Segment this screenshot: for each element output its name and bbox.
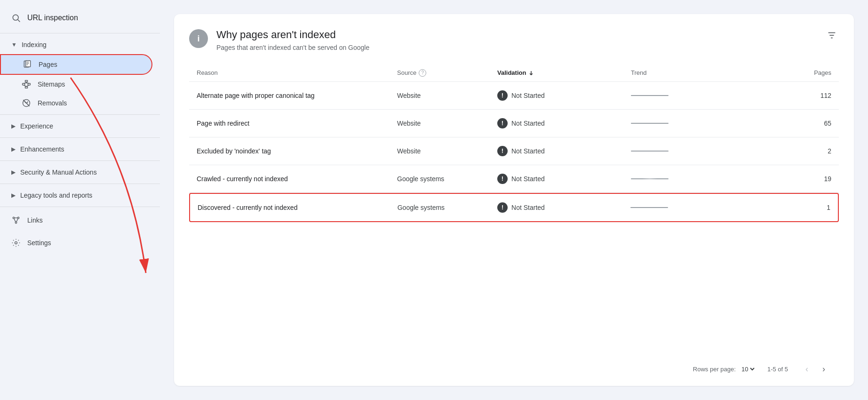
info-icon: i — [189, 29, 208, 48]
validation-status-icon: ! — [497, 174, 508, 184]
svg-rect-11 — [23, 83, 25, 85]
row-source: Google systems — [397, 175, 497, 183]
sidebar-item-pages[interactable]: Pages — [0, 54, 152, 75]
security-section: ▶ Security & Manual Actions — [0, 163, 160, 182]
svg-line-25 — [14, 218, 16, 222]
col-header-pages: Pages — [764, 69, 831, 77]
trend-line — [631, 123, 669, 124]
row-source: Website — [397, 120, 497, 127]
divider-3 — [0, 137, 160, 138]
sitemaps-icon — [22, 80, 31, 89]
pagination-buttons: ‹ › — [799, 361, 831, 376]
filter-icon[interactable] — [825, 28, 839, 44]
chevron-right-icon-4: ▶ — [11, 192, 16, 199]
row-reason: Discovered - currently not indexed — [198, 204, 398, 211]
trend-line — [631, 178, 669, 179]
row-reason: Excluded by 'noindex' tag — [197, 147, 397, 155]
svg-line-20 — [23, 100, 29, 106]
svg-line-1 — [18, 20, 20, 22]
pages-label: Pages — [39, 61, 57, 68]
table-row-highlighted[interactable]: Discovered - currently not indexed Googl… — [189, 193, 839, 222]
row-trend — [631, 95, 764, 96]
svg-line-15 — [26, 83, 29, 84]
row-validation: ! Not Started — [497, 174, 631, 184]
chevron-right-icon-3: ▶ — [11, 169, 16, 176]
table-row[interactable]: Alternate page with proper canonical tag… — [189, 82, 839, 110]
svg-rect-16 — [25, 87, 28, 88]
settings-label: Settings — [27, 239, 51, 247]
chevron-right-icon: ▶ — [11, 123, 16, 129]
table-row[interactable]: Excluded by 'noindex' tag Website ! Not … — [189, 137, 839, 165]
removals-icon — [22, 98, 31, 108]
experience-header[interactable]: ▶ Experience — [0, 117, 160, 136]
table-header: Reason Source ? Validation Trend Pages — [189, 64, 839, 82]
pagination-prev-button[interactable]: ‹ — [799, 361, 814, 376]
row-pages: 2 — [764, 147, 831, 155]
pagination-next-button[interactable]: › — [816, 361, 831, 376]
table-row[interactable]: Crawled - currently not indexed Google s… — [189, 165, 839, 193]
sidebar-item-removals[interactable]: Removals — [0, 94, 152, 112]
col-header-trend: Trend — [631, 69, 764, 77]
svg-point-0 — [13, 15, 18, 20]
divider-2 — [0, 114, 160, 115]
validation-status-icon: ! — [497, 118, 508, 128]
row-reason: Alternate page with proper canonical tag — [197, 92, 397, 99]
experience-label: Experience — [20, 122, 53, 130]
table-container: Reason Source ? Validation Trend Pages A — [189, 64, 839, 355]
col-header-validation[interactable]: Validation — [497, 69, 631, 77]
validation-status-icon: ! — [497, 202, 508, 213]
rows-per-page: Rows per page: 10 25 50 — [693, 365, 756, 373]
svg-line-17 — [24, 85, 26, 87]
divider-6 — [0, 207, 160, 207]
row-reason: Page with redirect — [197, 120, 397, 127]
validation-text: Not Started — [511, 92, 545, 99]
sidebar: URL inspection ▼ Indexing — [0, 0, 160, 254]
validation-text: Not Started — [511, 120, 545, 127]
pagination-info: 1-5 of 5 — [767, 366, 788, 373]
sidebar-url-inspection[interactable]: URL inspection — [0, 5, 160, 31]
pages-icon — [23, 60, 32, 69]
row-validation: ! Not Started — [497, 118, 631, 128]
search-icon — [11, 13, 21, 23]
indexing-header[interactable]: ▼ Indexing — [0, 35, 160, 54]
svg-line-14 — [24, 83, 26, 84]
enhancements-header[interactable]: ▶ Enhancements — [0, 140, 160, 159]
row-source: Website — [397, 92, 497, 99]
legacy-header[interactable]: ▶ Legacy tools and reports — [0, 186, 160, 205]
row-trend — [630, 207, 764, 208]
row-source: Google systems — [398, 204, 497, 211]
divider-5 — [0, 184, 160, 184]
row-validation: ! Not Started — [497, 90, 631, 101]
validation-status-icon: ! — [497, 146, 508, 156]
rows-per-page-label: Rows per page: — [693, 366, 736, 373]
chevron-down-icon: ▼ — [11, 41, 17, 48]
security-label: Security & Manual Actions — [20, 168, 97, 176]
url-inspection-label: URL inspection — [27, 14, 78, 22]
card-header-left: i Why pages aren't indexed Pages that ar… — [189, 28, 369, 51]
sidebar-item-sitemaps[interactable]: Sitemaps — [0, 75, 152, 94]
svg-rect-7 — [26, 62, 29, 62]
source-help-icon[interactable]: ? — [419, 69, 426, 77]
table-footer: Rows per page: 10 25 50 1-5 of 5 ‹ › — [189, 355, 839, 376]
card-title: Why pages aren't indexed — [216, 28, 369, 42]
validation-text: Not Started — [511, 147, 545, 155]
trend-line — [631, 95, 669, 96]
table-row[interactable]: Page with redirect Website ! Not Started… — [189, 110, 839, 137]
card-subtitle: Pages that aren't indexed can't be serve… — [216, 44, 369, 51]
rows-per-page-select[interactable]: 10 25 50 — [740, 365, 756, 373]
svg-rect-8 — [26, 63, 29, 64]
sidebar-item-links[interactable]: Links — [0, 209, 160, 232]
experience-section: ▶ Experience — [0, 117, 160, 136]
main-content: i Why pages aren't indexed Pages that ar… — [160, 0, 868, 400]
row-reason: Crawled - currently not indexed — [197, 175, 397, 183]
indexing-label: Indexing — [22, 41, 47, 48]
row-validation: ! Not Started — [497, 146, 631, 156]
row-pages: 19 — [764, 175, 831, 183]
col-header-reason: Reason — [197, 69, 397, 77]
row-source: Website — [397, 147, 497, 155]
row-validation: ! Not Started — [497, 202, 630, 213]
sort-icon — [528, 70, 534, 76]
sidebar-item-settings[interactable]: Settings — [0, 232, 160, 254]
security-header[interactable]: ▶ Security & Manual Actions — [0, 163, 160, 182]
links-icon — [11, 216, 21, 225]
